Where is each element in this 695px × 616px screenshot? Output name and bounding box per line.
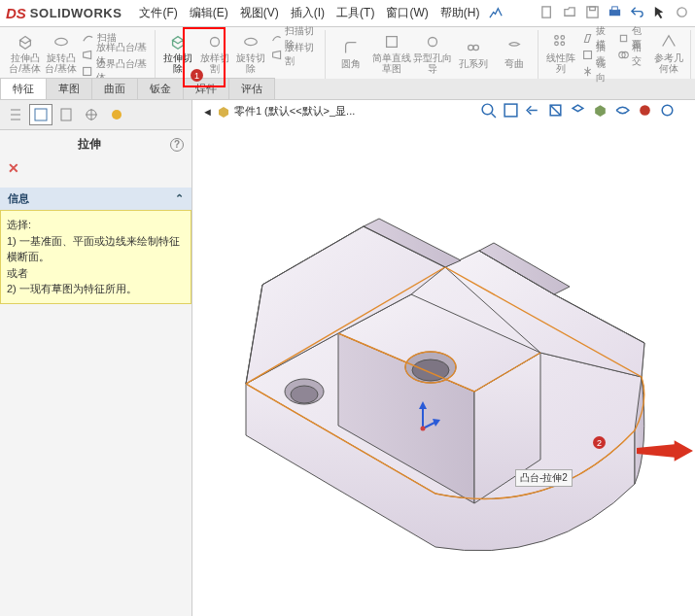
command-tab-bar: 特征 草图 曲面 钣金 焊件 评估 [0,79,695,100]
info-line-1: 1) 一基准面、平面或边线来绘制特征横断面。 [7,233,185,265]
tab-sketch[interactable]: 草图 [46,78,92,99]
select-icon[interactable] [652,5,667,21]
tab-surfaces[interactable]: 曲面 [91,78,138,99]
panel-title-row: 拉伸 ? [0,130,191,158]
revolve-boss-button[interactable]: 旋转凸台/基体 [44,30,78,77]
svg-rect-18 [583,51,591,58]
svg-rect-10 [386,37,397,48]
extruded-cut-button[interactable]: 拉伸切除 [161,30,195,77]
main-area: 拉伸 ? ✕ 信息 ⌃ 选择: 1) 一基准面、平面或边线来绘制特征横断面。 或… [0,100,695,616]
extrude-boss-button[interactable]: 拉伸凸台/基体 [8,30,42,77]
configmanager-tab-icon[interactable] [54,104,78,125]
undo-icon[interactable] [630,5,644,21]
titlebar: DS SOLIDWORKS 文件(F) 编辑(E) 视图(V) 插入(I) 工具… [0,0,695,27]
search-icon[interactable] [489,5,504,21]
svg-point-16 [555,42,559,46]
mirror-button[interactable]: 镜向 [580,63,614,79]
svg-rect-22 [35,109,47,120]
featuretree-tab-icon[interactable] [4,104,27,125]
svg-point-12 [468,45,472,50]
svg-point-9 [244,38,257,45]
svg-rect-1 [587,7,598,17]
panel-action-row: ✕ [0,158,191,180]
quick-access-toolbar [540,5,689,21]
rebuild-icon[interactable] [675,5,689,21]
reference-geometry-button[interactable]: 参考几何体 [652,30,686,77]
info-or-label: 或者 [7,265,185,282]
annotation-badge-1: 1 [191,69,203,82]
info-line-2: 2) 一现有草图为特征所用。 [7,281,185,297]
tab-sheetmetal[interactable]: 钣金 [137,78,184,99]
hole-wizard-button[interactable]: 放样切割 [197,30,231,77]
menu-file[interactable]: 文件(F) [139,5,177,21]
svg-marker-45 [637,440,693,461]
menu-insert[interactable]: 插入(I) [291,5,325,21]
svg-point-27 [112,110,122,120]
info-message-box: 选择: 1) 一基准面、平面或边线来绘制特征横断面。 或者 2) 一现有草图为特… [0,210,191,304]
feature-ribbon: 拉伸凸台/基体 旋转凸台/基体 扫描 放样凸台/基体 边界凸台/基体 拉伸切除 … [0,27,695,79]
revolved-cut-button[interactable]: 旋转切除 [233,30,267,77]
svg-point-6 [54,38,67,45]
wrap-button[interactable]: 弯曲 [495,30,534,77]
dimexpert-tab-icon[interactable] [80,104,103,125]
tab-weldments[interactable]: 焊件 [183,78,229,99]
fillet-button[interactable]: 圆角 [331,30,370,77]
svg-rect-4 [612,7,618,11]
menu-help[interactable]: 帮助(H) [440,5,480,21]
tab-evaluate[interactable]: 评估 [228,78,275,99]
svg-point-8 [210,38,219,47]
info-section-header[interactable]: 信息 ⌃ [0,188,191,210]
menu-edit[interactable]: 编辑(E) [190,5,228,21]
graphics-area[interactable]: ◄ 零件1 (默认<<默认>_显... [192,100,695,616]
hole-series-button[interactable]: 孔系列 [454,30,493,77]
panel-title: 拉伸 [8,136,170,153]
chevron-up-icon: ⌃ [175,192,184,205]
hole-wizard-adv-button[interactable]: 异型孔向导 [413,30,452,77]
svg-rect-0 [542,7,550,17]
svg-rect-2 [590,7,596,11]
linear-pattern-button[interactable]: 线性阵列 [544,30,578,77]
svg-point-17 [561,42,565,46]
menu-tools[interactable]: 工具(T) [336,5,374,21]
simple-sketch-button[interactable]: 简单直线草图 [372,30,411,77]
property-manager-panel: 拉伸 ? ✕ 信息 ⌃ 选择: 1) 一基准面、平面或边线来绘制特征横断面。 或… [0,100,192,616]
info-select-label: 选择: [7,217,185,233]
svg-point-14 [555,36,559,40]
svg-point-36 [291,386,318,403]
svg-point-44 [421,427,426,431]
svg-marker-41 [419,401,427,409]
svg-point-5 [678,8,686,17]
svg-rect-19 [620,35,626,41]
menu-view[interactable]: 视图(V) [240,5,279,21]
svg-point-11 [428,38,436,47]
save-icon[interactable] [585,5,600,21]
cancel-icon[interactable]: ✕ [8,160,19,176]
logo-solidworks: SOLIDWORKS [30,6,122,20]
svg-rect-23 [61,109,71,120]
feature-tooltip: 凸台-拉伸2 [515,469,573,487]
main-menu: 文件(F) 编辑(E) 视图(V) 插入(I) 工具(T) 窗口(W) 帮助(H… [139,5,479,21]
model-view[interactable] [192,100,693,596]
lofted-cut-button[interactable]: 放样切割 [269,47,321,62]
open-icon[interactable] [563,5,577,21]
origin-triad-icon [411,401,442,436]
panel-tab-strip [0,100,191,130]
menu-window[interactable]: 窗口(W) [386,5,428,21]
boundary-boss-button[interactable]: 边界凸台/基体 [80,63,151,79]
svg-point-15 [561,36,565,40]
new-icon[interactable] [540,5,555,21]
svg-rect-7 [84,67,91,75]
logo-ds: DS [6,5,26,21]
print-icon[interactable] [608,5,622,21]
help-icon[interactable]: ? [170,138,184,152]
tab-features[interactable]: 特征 [0,78,47,99]
intersect-button[interactable]: 相交 [616,47,650,62]
svg-point-13 [473,45,478,50]
displaymanager-tab-icon[interactable] [105,104,128,125]
annotation-arrow-icon [637,440,693,462]
propertymanager-tab-icon[interactable] [29,104,52,125]
annotation-badge-2: 2 [593,436,606,449]
